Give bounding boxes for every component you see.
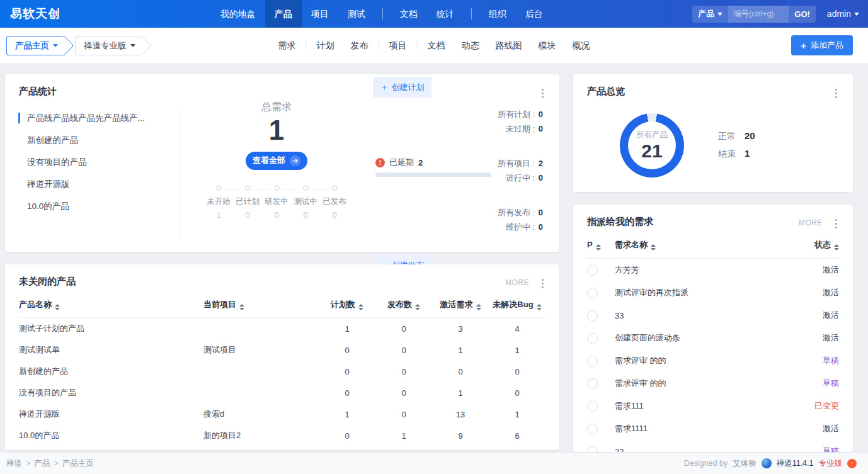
footer: 禅道>产品>产品主页 Designed by 艾体验 禅道11.4.1 专业版 … (0, 452, 868, 474)
product-switcher[interactable]: 禅道专业版 (75, 36, 142, 55)
create-plan-button[interactable]: ＋ 创建计划 (373, 77, 431, 98)
donut-legend: 正常20结束1 (718, 127, 755, 162)
column-header: 激活需求 (432, 293, 489, 318)
search-scope-dropdown[interactable]: 产品 (692, 6, 728, 23)
breadcrumb-item[interactable]: 产品主页 (62, 458, 94, 469)
column-label: 需求名称 (615, 240, 648, 249)
subnav-item-view[interactable]: 概况 (564, 28, 598, 63)
navbar-item-doc[interactable]: 文档 (391, 0, 427, 28)
search-input[interactable] (728, 6, 789, 23)
project-cell[interactable]: 新的项目2 (203, 425, 319, 446)
story-priority-icon[interactable] (587, 265, 598, 276)
product-name-cell[interactable]: 10.0的产品 (19, 425, 203, 446)
story-name-link[interactable]: 创建页面的滚动条 (615, 332, 823, 344)
project-cell[interactable]: 搜索d (203, 403, 319, 425)
product-list-item[interactable]: 禅道开源版 (5, 173, 180, 195)
kebab-menu-icon[interactable] (540, 87, 545, 100)
stories-header-row: P需求名称状态 (587, 239, 839, 259)
story-name-link[interactable]: 方芳芳 (615, 264, 823, 276)
navbar-item-test[interactable]: 测试 (338, 0, 375, 28)
story-priority-icon[interactable] (587, 401, 598, 412)
kebab-menu-icon[interactable] (833, 217, 839, 230)
story-priority-icon[interactable] (587, 288, 598, 298)
navbar-item-dashboard[interactable]: 我的地盘 (211, 0, 265, 28)
project-cell[interactable]: 测试项目 (203, 339, 319, 361)
breadcrumb-item[interactable]: 产品 (34, 458, 50, 469)
navbar-item-product[interactable]: 产品 (265, 0, 302, 28)
navbar-item-report[interactable]: 统计 (427, 0, 464, 28)
product-name-cell[interactable]: 没有项目的产品 (19, 382, 203, 403)
sort-icon[interactable] (834, 244, 839, 251)
version-link[interactable]: 禅道11.4.1 (777, 458, 814, 469)
story-priority-icon[interactable] (587, 378, 598, 389)
subnav-item-roadmap[interactable]: 路线图 (488, 28, 530, 63)
product-list-item[interactable]: 新创建的产品 (5, 129, 180, 151)
product-list-item[interactable]: 10.0的产品 (5, 195, 180, 217)
breadcrumb-item[interactable]: 禅道 (6, 458, 22, 469)
sort-icon[interactable] (651, 244, 656, 251)
kebab-menu-icon[interactable] (540, 277, 545, 290)
sort-icon[interactable] (537, 304, 542, 310)
subnav-item-module[interactable]: 模块 (530, 28, 564, 63)
subnav-item-release[interactable]: 发布 (343, 28, 377, 63)
story-priority-icon[interactable] (587, 333, 598, 344)
stat-label: 所有项目 : (498, 159, 537, 168)
subnav-item-dynamic[interactable]: 动态 (454, 28, 488, 63)
stage-value: 0 (262, 210, 291, 220)
product-list-item[interactable]: 没有项目的产品 (5, 151, 180, 173)
app-logo[interactable]: 易软天创 (0, 6, 71, 22)
sort-icon[interactable] (596, 244, 601, 251)
user-menu[interactable]: admin (827, 9, 859, 19)
legend-label: 结束 (718, 149, 736, 159)
story-name-link[interactable]: 需求评审 的的 (615, 378, 823, 389)
story-priority-icon[interactable] (587, 356, 598, 366)
project-cell[interactable] (203, 382, 319, 403)
product-name-cell[interactable]: 新创建的产品 (19, 361, 203, 382)
upgrade-icon[interactable]: ↑ (847, 459, 857, 468)
story-name-link[interactable]: 22 (615, 447, 823, 453)
story-priority-icon[interactable] (587, 310, 598, 321)
story-priority-icon[interactable] (587, 446, 598, 453)
navbar-divider (382, 8, 383, 20)
navbar-item-org[interactable]: 组织 (479, 0, 516, 28)
add-product-button[interactable]: + 添加产品 (791, 35, 853, 55)
more-link[interactable]: MORE (799, 218, 823, 227)
legend-item: 正常20 (718, 127, 755, 145)
sort-icon[interactable] (476, 304, 481, 310)
story-name-link[interactable]: 需求1111 (615, 423, 823, 434)
sort-icon[interactable] (239, 304, 244, 310)
story-name-link[interactable]: 33 (615, 311, 823, 320)
kebab-menu-icon[interactable] (833, 87, 839, 100)
designer-link[interactable]: 艾体验 (733, 458, 757, 469)
more-link[interactable]: MORE (505, 278, 529, 287)
story-name-link[interactable]: 需求111 (615, 400, 814, 412)
donut-label: 所有产品 (636, 130, 668, 140)
story-name-link[interactable]: 需求评审 的的 (615, 355, 823, 366)
releases-cell: 0 (375, 361, 432, 382)
view-all-button[interactable]: 查看全部 ➔ (246, 152, 307, 170)
stat-value: 0 (539, 110, 543, 119)
navbar-item-admin-panel[interactable]: 后台 (516, 0, 552, 28)
column-header: 计划数 (319, 293, 375, 318)
sort-icon[interactable] (415, 304, 420, 310)
story-priority-icon[interactable] (587, 424, 598, 434)
designed-by-label: Designed by (684, 459, 728, 468)
subnav-item-project[interactable]: 项目 (381, 28, 415, 63)
subnav-item-doc[interactable]: 文档 (420, 28, 454, 63)
product-name-cell[interactable]: 测试测试单 (19, 339, 203, 361)
navbar-item-project[interactable]: 项目 (302, 0, 338, 28)
search-go-button[interactable]: GO! (789, 6, 816, 23)
story-name-link[interactable]: 测试评审的再次指派 (615, 287, 823, 298)
subnav-item-plan[interactable]: 计划 (309, 28, 343, 63)
edition-link[interactable]: 专业版 (819, 458, 843, 469)
product-name-cell[interactable]: 测试子计划的产品 (19, 318, 203, 340)
project-cell[interactable] (203, 318, 319, 340)
product-list-item[interactable]: 产品线产品线产品先产品线产... (5, 107, 180, 129)
product-name-cell[interactable]: 禅道开源版 (19, 403, 203, 425)
module-switcher[interactable]: 产品主页 (6, 36, 64, 55)
sort-icon[interactable] (55, 304, 60, 310)
subnav-item-story[interactable]: 需求 (270, 28, 304, 63)
project-cell[interactable] (203, 361, 319, 382)
stage-step: 研发中0 (262, 185, 291, 220)
sort-icon[interactable] (358, 304, 363, 310)
